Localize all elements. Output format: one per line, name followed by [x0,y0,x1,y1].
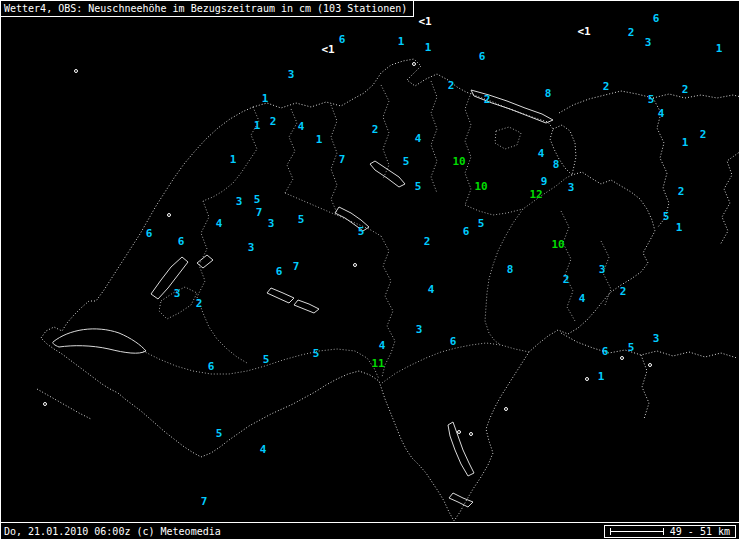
station-value: 6 [653,13,660,24]
station-value: 2 [563,274,570,285]
station-dot [585,377,589,381]
station-value: 2 [448,80,455,91]
station-value: 3 [248,242,255,253]
station-value: 5 [358,226,365,237]
country-border-lines [37,59,740,521]
station-value: 10 [452,156,465,167]
station-value: <1 [418,16,431,27]
lake-brienz [294,300,319,313]
station-value: 4 [428,284,435,295]
station-value: 1 [316,134,323,145]
lake-thun [267,288,294,303]
station-value: 2 [620,286,627,297]
station-dot [469,432,473,436]
border-right-edge [720,151,740,245]
station-dot [43,402,47,406]
station-value: 6 [208,361,215,372]
scale-label: 49 - 51 km [670,526,730,537]
station-value: 4 [379,340,386,351]
station-value: 6 [463,226,470,237]
station-dot [353,263,357,267]
station-value: 1 [598,371,605,382]
station-value: 4 [216,218,223,229]
station-value: 4 [415,133,422,144]
station-value: 8 [507,264,514,275]
station-value: 8 [553,159,560,170]
station-value: 6 [602,346,609,357]
lake-biel [197,255,213,268]
station-value: 6 [450,336,457,347]
station-dot [620,356,624,360]
station-value: 2 [682,84,689,95]
station-value: <1 [577,26,590,37]
station-value: 3 [268,218,275,229]
station-value: 10 [474,181,487,192]
station-value: 4 [538,148,545,159]
station-dot [648,363,652,367]
station-value: 3 [288,69,295,80]
station-value: 1 [425,42,432,53]
station-value: 6 [276,266,283,277]
station-value: 7 [256,207,263,218]
station-value: 4 [658,108,665,119]
station-value: 5 [663,211,670,222]
station-value: 3 [599,264,606,275]
station-value: 2 [603,81,610,92]
station-value: 5 [415,181,422,192]
station-dot [167,213,171,217]
station-value: 10 [551,239,564,250]
station-value: 5 [403,156,410,167]
station-value: 8 [545,88,552,99]
station-dot [457,430,461,434]
station-value: 7 [339,154,346,165]
status-bar: Do, 21.01.2010 06:00z (c) Meteomedia 49 … [1,522,739,539]
station-value: 1 [254,120,261,131]
station-value: 1 [682,137,689,148]
station-value: 5 [648,94,655,105]
station-value: 5 [254,194,261,205]
lake-neuchatel [151,257,188,299]
station-dot [504,407,508,411]
station-value: 12 [529,189,542,200]
station-value: 6 [479,51,486,62]
station-value: 3 [568,182,575,193]
station-value: 2 [700,129,707,140]
border-south-east [561,333,737,358]
map-canvas [1,1,740,540]
station-value: <1 [321,44,334,55]
station-value: 4 [579,293,586,304]
station-value: 5 [216,428,223,439]
station-value: 3 [416,324,423,335]
station-value: 11 [371,358,384,369]
lakes [53,90,553,507]
map-scale: 49 - 51 km [604,525,736,538]
station-dot [412,62,416,66]
window-title: Wetter4, OBS: Neuschneehöhe im Bezugszei… [4,3,407,14]
station-value: 3 [174,288,181,299]
station-value: 3 [653,333,660,344]
station-value: 7 [201,496,208,507]
station-value: 5 [313,348,320,359]
station-value: 3 [236,196,243,207]
station-value: 6 [339,34,346,45]
station-value: 5 [628,342,635,353]
station-value: 4 [298,121,305,132]
lake-geneva [53,329,146,353]
title-bar: Wetter4, OBS: Neuschneehöhe im Bezugszei… [1,1,414,17]
swiss-border [41,59,655,521]
station-value: 5 [298,214,305,225]
station-value: 1 [230,154,237,165]
station-value: 3 [645,37,652,48]
station-value: 1 [676,222,683,233]
station-value: 6 [178,236,185,247]
station-value: 4 [260,444,267,455]
scale-ruler-icon [610,528,664,535]
station-value: 2 [270,116,277,127]
station-value: 5 [478,218,485,229]
station-value: 2 [678,186,685,197]
station-value: 1 [262,93,269,104]
station-value: 1 [716,43,723,54]
station-value: 2 [424,236,431,247]
station-value: 6 [146,228,153,239]
station-value: 2 [196,298,203,309]
